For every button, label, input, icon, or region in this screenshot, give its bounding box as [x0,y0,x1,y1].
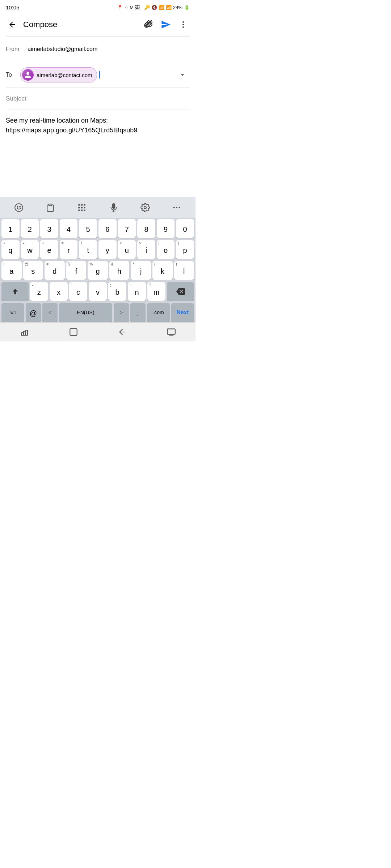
key-0[interactable]: 0 [176,219,194,238]
key-1[interactable]: 1 [1,219,20,238]
lang-right-arrow[interactable]: > [114,303,129,322]
key-m[interactable]: ?m [147,282,165,301]
svg-point-3 [182,26,184,28]
battery-level: 24% [173,5,182,10]
clipboard-button[interactable] [42,201,58,214]
key-9[interactable]: 9 [157,219,175,238]
location-icon: 📍 [117,5,123,10]
key-z[interactable]: -z [30,282,48,301]
symbols-button[interactable]: !#1 [1,303,24,322]
key-j[interactable]: *j [131,261,151,280]
svg-point-21 [176,207,177,208]
contact-avatar [22,69,34,81]
mic-button[interactable] [106,201,122,214]
subject-placeholder: Subject [6,95,26,102]
key-3[interactable]: 3 [40,219,58,238]
back-nav-button[interactable] [112,324,133,340]
svg-rect-27 [167,329,175,334]
at-button[interactable]: @ [26,303,41,322]
more-options-button[interactable] [175,17,191,33]
key-k[interactable]: (k [152,261,173,280]
svg-rect-23 [21,333,23,335]
key-2[interactable]: 2 [21,219,39,238]
key-e[interactable]: ÷e [40,240,58,259]
key-o[interactable]: [o [157,240,175,259]
key-t[interactable]: /t [79,240,97,259]
period-button[interactable]: . [130,303,146,322]
more-keyboard-button[interactable] [169,201,185,214]
key-f[interactable]: $f [66,261,87,280]
shift-button[interactable] [1,282,29,301]
next-button[interactable]: Next [171,303,194,322]
key-s[interactable]: @s [23,261,43,280]
from-label: From [6,46,28,52]
keyboard-toolbar [0,197,196,218]
key-a[interactable]: !a [1,261,22,280]
svg-point-1 [182,21,184,23]
key-b[interactable]: ;b [108,282,126,301]
symbols-label: !#1 [9,310,16,315]
expand-recipients-button[interactable] [175,68,190,82]
key-r[interactable]: =r [60,240,78,259]
asdf-row: !a @s #d $f %g &h *j (k )l [0,260,196,281]
svg-rect-25 [26,330,28,335]
key-c[interactable]: "c [69,282,87,301]
app-bar-actions [140,17,191,33]
key-w[interactable]: xw [21,240,39,259]
lang-left-arrow[interactable]: < [42,303,58,322]
key-l[interactable]: )l [174,261,194,280]
email-chip[interactable]: aimerlab@contact.com [20,67,97,82]
key-6[interactable]: 6 [98,219,117,238]
key-5[interactable]: 5 [79,219,97,238]
to-row: To aimerlab@contact.com [0,62,196,88]
bottom-row: !#1 @ < EN(US) > . .com Next [0,302,196,323]
key-y[interactable]: _y [98,240,117,259]
dotcom-button[interactable]: .com [147,303,170,322]
send-button[interactable] [158,17,174,33]
attach-button[interactable] [140,17,156,33]
svg-rect-16 [84,209,85,211]
recent-apps-button[interactable] [14,324,35,340]
key-h[interactable]: &h [109,261,130,280]
key-v[interactable]: :v [89,282,107,301]
language-button[interactable]: EN(US) [59,303,112,322]
emoji-button[interactable] [11,201,27,214]
dots-icon: ⁘ [124,5,128,10]
svg-rect-11 [79,207,80,208]
email-body[interactable]: See my real-time location on Maps:https:… [0,110,196,190]
key-n[interactable]: ~n [128,282,146,301]
svg-rect-24 [24,331,25,335]
key-d[interactable]: #d [45,261,65,280]
signal-icon: 📶 [166,5,172,10]
qwerty-row: +q xw ÷e =r /t _y <u >i [o ]p [0,239,196,260]
battery-icon: 🔋 [184,5,190,10]
key-q[interactable]: +q [1,240,20,259]
wifi-icon: 📶 [159,5,164,10]
key-icon: 🔑 [144,5,150,10]
back-button[interactable] [4,17,20,33]
delete-button[interactable] [167,282,194,301]
svg-rect-15 [81,209,83,211]
svg-rect-7 [49,204,52,205]
numpad-button[interactable] [74,201,90,214]
key-i[interactable]: >i [137,240,155,259]
svg-point-2 [182,24,184,25]
key-p[interactable]: ]p [176,240,194,259]
svg-point-5 [17,207,18,207]
home-button[interactable] [63,324,84,340]
key-4[interactable]: 4 [60,219,78,238]
svg-rect-13 [84,207,85,208]
key-g[interactable]: %g [88,261,108,280]
key-7[interactable]: 7 [118,219,136,238]
svg-rect-12 [81,207,83,208]
subject-row[interactable]: Subject [0,88,196,110]
dotcom-label: .com [153,310,164,315]
svg-rect-14 [79,209,80,211]
keyboard-hide-button[interactable] [160,324,182,340]
key-x[interactable]: x [50,282,68,301]
settings-button[interactable] [137,201,153,214]
key-u[interactable]: <u [118,240,136,259]
key-8[interactable]: 8 [137,219,155,238]
at-label: @ [30,309,37,318]
to-chip-container: aimerlab@contact.com [20,67,175,82]
